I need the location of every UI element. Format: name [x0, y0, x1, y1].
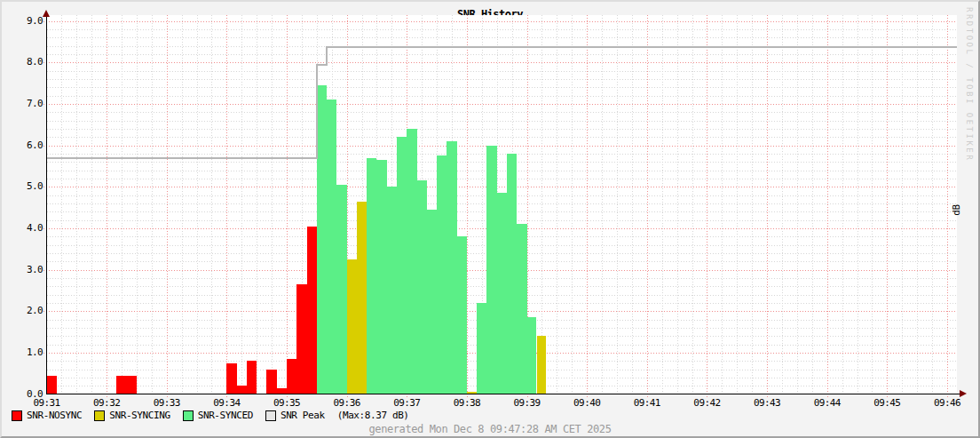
- grid-line-minor-v: [122, 15, 122, 394]
- x-tick-label: 09:36: [325, 398, 369, 409]
- grid-line-major-h: [43, 104, 958, 105]
- grid-line-minor-v: [722, 15, 723, 394]
- x-tick-label: 09:45: [865, 398, 909, 409]
- legend-item-snr-synced: SNR-SYNCED: [183, 410, 253, 421]
- y-tick-label: 1.0: [7, 347, 43, 358]
- x-tick-label: 09:42: [684, 398, 729, 409]
- x-tick-label: 09:38: [445, 398, 489, 409]
- grid-line-minor-v: [872, 15, 873, 394]
- grid-line-minor-v: [76, 15, 77, 394]
- x-tick-label: 09:39: [505, 398, 549, 409]
- grid-line-major-v: [226, 15, 227, 398]
- snr-bar-synced: [397, 137, 407, 394]
- y-tick-label: 8.0: [7, 57, 43, 68]
- snr-bar-nosync: [116, 376, 137, 394]
- snr-bar-nosync: [247, 361, 257, 394]
- x-tick-label: 09:46: [925, 398, 969, 409]
- x-tick-label: 09:37: [384, 398, 429, 409]
- grid-line-minor-h: [47, 121, 958, 122]
- snr-bar-syncing: [347, 259, 357, 394]
- snr-bar-synced: [327, 100, 336, 394]
- grid-line-major-h: [43, 146, 958, 147]
- peak-line-segment: [327, 46, 957, 48]
- legend-label-snr-peak: SNR Peak: [281, 410, 325, 421]
- legend-label-snr-synced: SNR-SYNCED: [198, 410, 253, 421]
- grid-line-minor-v: [617, 15, 618, 394]
- x-tick-label: 09:44: [805, 398, 850, 409]
- grid-line-major-v: [947, 15, 948, 398]
- snr-bar-synced: [336, 185, 346, 394]
- legend-swatch-snr-synced: [183, 410, 194, 421]
- grid-line-major-v: [647, 15, 648, 398]
- peak-line-segment: [47, 157, 317, 159]
- snr-bar-synced: [376, 160, 386, 394]
- snr-bar-synced: [497, 193, 507, 394]
- grid-line-minor-v: [737, 15, 738, 394]
- legend-label-snr-syncing: SNR-SYNCING: [109, 410, 170, 421]
- grid-line-minor-h: [47, 54, 958, 55]
- grid-line-minor-h: [47, 79, 958, 80]
- grid-line-major-v: [107, 15, 107, 398]
- x-axis-arrow: [960, 390, 967, 397]
- axis-unit-label: dB: [951, 197, 962, 224]
- grid-line-minor-h: [47, 154, 958, 155]
- grid-line-major-v: [287, 15, 288, 398]
- snr-bar-synced: [517, 224, 526, 394]
- snr-bar-synced: [417, 180, 427, 394]
- grid-line-minor-h: [47, 29, 958, 30]
- grid-line-minor-v: [61, 15, 62, 394]
- grid-line-minor-v: [692, 15, 693, 394]
- legend-item-snr-syncing: SNR-SYNCING: [94, 410, 170, 421]
- grid-line-minor-v: [662, 15, 663, 394]
- grid-line-minor-h: [47, 112, 958, 113]
- legend-swatch-snr-syncing: [94, 410, 105, 421]
- x-tick-label: 09:31: [25, 398, 69, 409]
- grid-line-minor-h: [47, 171, 958, 171]
- snr-bar-nosync: [287, 359, 296, 394]
- snr-bar-synced: [317, 85, 327, 394]
- snr-bar-nosync: [266, 370, 276, 394]
- legend-swatch-snr-nosync: [12, 410, 22, 421]
- grid-line-minor-v: [842, 15, 843, 394]
- grid-line-major-v: [587, 15, 588, 398]
- y-tick-label: 4.0: [7, 223, 43, 234]
- grid-line-minor-h: [47, 162, 958, 163]
- grid-line-minor-h: [47, 37, 958, 38]
- grid-line-minor-v: [211, 15, 212, 394]
- rrdtool-graph: SNR History 0.01.02.03.04.05.06.07.08.09…: [0, 0, 980, 438]
- grid-line-minor-h: [47, 87, 958, 88]
- watermark: RRDTOOL / TOBI OETIKER: [965, 7, 974, 211]
- grid-line-minor-v: [272, 15, 273, 394]
- x-tick-label: 09:33: [145, 398, 189, 409]
- peak-line-connector: [316, 64, 318, 159]
- grid-line-minor-v: [152, 15, 153, 394]
- snr-bar-syncing: [357, 202, 367, 394]
- grid-line-minor-v: [902, 15, 903, 394]
- grid-line-major-v: [827, 15, 828, 398]
- grid-line-minor-h: [47, 129, 958, 130]
- x-tick-label: 09:32: [84, 398, 129, 409]
- grid-line-minor-v: [632, 15, 633, 394]
- grid-line-minor-v: [677, 15, 678, 394]
- grid-line-major-h: [43, 187, 958, 187]
- grid-line-minor-h: [47, 179, 958, 179]
- grid-line-major-h: [43, 62, 958, 63]
- grid-line-major-v: [167, 15, 168, 398]
- snr-bar-synced: [427, 210, 437, 394]
- grid-line-minor-v: [572, 15, 573, 394]
- grid-line-minor-v: [932, 15, 933, 394]
- grid-line-major-h: [43, 21, 958, 22]
- footer-timestamp: generated Mon Dec 8 09:47:28 AM CET 2025: [2, 423, 978, 435]
- legend-max-note: (Max:8.37 dB): [337, 410, 409, 421]
- snr-bar-nosync: [296, 284, 306, 394]
- legend: SNR-NOSYNCSNR-SYNCINGSNR-SYNCEDSNR Peak(…: [12, 410, 409, 421]
- grid-line-major-v: [887, 15, 888, 398]
- grid-line-minor-v: [812, 15, 813, 394]
- grid-line-minor-v: [557, 15, 557, 394]
- x-tick-label: 09:43: [745, 398, 789, 409]
- snr-bar-nosync: [226, 363, 236, 394]
- grid-line-minor-v: [917, 15, 918, 394]
- grid-line-minor-v: [257, 15, 257, 394]
- legend-swatch-snr-peak: [265, 410, 276, 421]
- legend-item-snr-nosync: SNR-NOSYNC: [12, 410, 82, 421]
